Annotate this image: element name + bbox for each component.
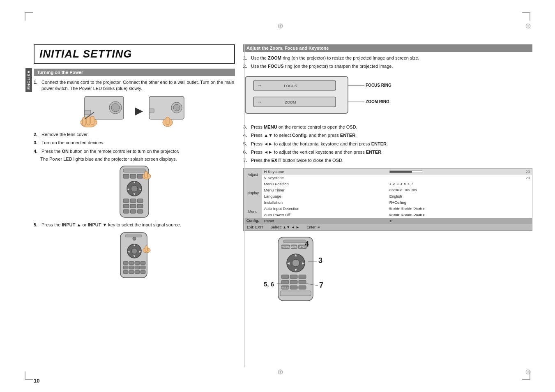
svg-text:FOCUS RING: FOCUS RING	[366, 83, 391, 88]
svg-text:FOCUS: FOCUS	[284, 84, 297, 88]
osd-value-autopoweroff: Enable Enable Disable	[387, 212, 532, 218]
right-step-6-content: Press ◄► to adjust the vertical keystone…	[251, 149, 532, 155]
svg-point-39	[133, 237, 136, 240]
right-step-7-content: Press the EXIT button twice to close the…	[251, 157, 532, 164]
config-bold: Config.	[292, 133, 308, 138]
corner-mark-tr	[522, 12, 530, 21]
input-remote-image: ▲ ▼ ◄ ►	[34, 231, 235, 280]
svg-rect-56	[135, 270, 140, 274]
right-step-2: 2. Use the FOCUS ring (on the projector)…	[243, 63, 532, 69]
svg-text:◄: ◄	[127, 250, 130, 254]
right-step-7: 7. Press the EXIT button twice to close …	[243, 157, 532, 164]
svg-rect-51	[129, 266, 134, 269]
left-section-header: Turning on the Power	[34, 69, 235, 76]
svg-rect-59	[145, 246, 147, 251]
osd-row-language: Language English	[244, 193, 532, 199]
cross-bottom: ⊕	[277, 367, 283, 376]
step-5-bold1: INPUT	[62, 222, 76, 227]
svg-text:▲: ▲	[294, 253, 298, 257]
input-remote-svg: ▲ ▼ ◄ ►	[117, 231, 152, 280]
osd-row-reset: Config. Reset ↵	[244, 218, 532, 224]
step-5-content: Press the INPUT ▲ or INPUT ▼ key to sele…	[41, 222, 235, 228]
step-1-content: Connect the mains cord to the projector.…	[41, 79, 235, 92]
arrow-right: ▶	[135, 105, 142, 117]
svg-text:▲: ▲	[133, 243, 136, 247]
svg-rect-27	[130, 199, 136, 203]
osd-value-installation: R+Ceiling	[387, 199, 532, 205]
svg-point-11	[173, 104, 180, 111]
corner-mark-bl	[25, 371, 33, 380]
osd-label-hkeystone: H Keystone	[262, 168, 387, 175]
osd-value-menutimer: Continue 10s 20s	[387, 187, 532, 193]
osd-sidebar-adjust: Adjust	[244, 168, 262, 181]
svg-rect-30	[130, 204, 136, 208]
step-5-num: 5.	[34, 222, 40, 228]
right-step-4-content: Press ▲▼ to select Config. and then pres…	[251, 132, 532, 138]
svg-rect-19	[137, 174, 143, 178]
side-label: ENGLISH	[25, 68, 32, 92]
osd-label-installation: Installation	[262, 199, 387, 205]
svg-text:▼: ▼	[133, 192, 136, 196]
right-step-1: 1. Use the ZOOM ring (on the projector) …	[243, 55, 532, 61]
osd-sidebar-menu: Menu	[244, 205, 262, 218]
svg-rect-14	[166, 117, 169, 125]
svg-rect-94	[299, 286, 306, 289]
plug-right-image	[147, 95, 188, 127]
step-5: 5. Press the INPUT ▲ or INPUT ▼ key to s…	[34, 222, 235, 228]
svg-rect-93	[290, 286, 297, 289]
svg-rect-28	[137, 199, 143, 203]
remote-callout-svg: V-MUTE MENU SETUP ▲ ▼ ◄ ►	[243, 235, 383, 309]
focus-bold: FOCUS	[268, 64, 284, 69]
page-title: INITIAL SETTING	[39, 48, 229, 60]
svg-text:▲: ▲	[133, 180, 136, 184]
cross-right-bottom: ⊕	[525, 367, 531, 376]
focus-zoom-svg: FOCUS ↔ ZOOM ↔ FOCUS RING ZOOM RING	[243, 73, 399, 118]
osd-row-autoinput: Menu Auto Input Detection Enable Enable …	[244, 205, 532, 212]
step-2-content: Remove the lens cover.	[41, 131, 235, 138]
svg-rect-54	[123, 270, 128, 274]
osd-footer: Exit: EXIT Select: ▲▼ ◄ ► Enter: ↵	[244, 224, 532, 231]
svg-rect-3	[85, 110, 91, 114]
osd-label-menutimer: Menu Timer	[262, 187, 387, 193]
osd-label-autoinput: Auto Input Detection	[262, 205, 387, 212]
projector-plug-illustration: ▶	[34, 95, 235, 127]
svg-text:►: ►	[301, 261, 305, 265]
svg-rect-55	[129, 270, 134, 274]
osd-value-vkeystone: 20	[505, 175, 532, 181]
right-section-header: Adjust the Zoom, Focus and Keystone	[243, 44, 532, 52]
step-3-num: 3.	[34, 140, 40, 146]
right-column: Adjust the Zoom, Focus and Keystone 1. U…	[243, 44, 532, 367]
svg-rect-33	[130, 210, 136, 213]
right-step-3-content: Press MENU on the remote control to open…	[251, 124, 532, 130]
osd-row-hkeystone: Adjust H Keystone 20	[244, 168, 532, 175]
enter-bold-6: ENTER	[366, 150, 381, 154]
step-2-num: 2.	[34, 131, 40, 138]
column-divider	[244, 44, 245, 367]
osd-row-autopoweroff: Auto Power Off Enable Enable Disable	[244, 212, 532, 218]
corner-mark-tl	[25, 12, 33, 21]
step-4-content: Press the ON button on the remote contro…	[41, 148, 235, 154]
svg-text:FREEZE: FREEZE	[281, 286, 289, 289]
svg-rect-47	[129, 261, 134, 265]
plug-svg-left	[81, 95, 130, 127]
osd-sidebar-display: Display	[244, 181, 262, 205]
svg-rect-88	[281, 280, 289, 284]
zoom-bold: ZOOM	[268, 55, 281, 60]
svg-text:4: 4	[305, 240, 309, 248]
osd-label-vkeystone: V Keystone	[262, 175, 387, 181]
svg-rect-34	[137, 210, 143, 213]
osd-row-menupos: Display Menu Position 1 2 3 4 5 6 7	[244, 181, 532, 187]
step-4: 4. Press the ON button on the remote con…	[34, 148, 235, 154]
step-5-bold2: INPUT	[88, 222, 101, 227]
right-step-5-content: Press ◄► to adjust the horizontal keysto…	[251, 141, 532, 147]
svg-point-2	[111, 104, 120, 112]
focus-zoom-diagram: FOCUS ↔ ZOOM ↔ FOCUS RING ZOOM RING	[243, 73, 532, 118]
cross-right-top: ⊕	[525, 21, 531, 30]
svg-rect-7	[91, 116, 94, 125]
svg-rect-48	[135, 261, 140, 265]
svg-point-80	[292, 259, 299, 267]
svg-text:ZOOM: ZOOM	[285, 100, 296, 104]
svg-rect-26	[123, 199, 129, 203]
svg-rect-86	[290, 275, 297, 279]
main-content: INITIAL SETTING Turning on the Power 1. …	[34, 44, 532, 367]
